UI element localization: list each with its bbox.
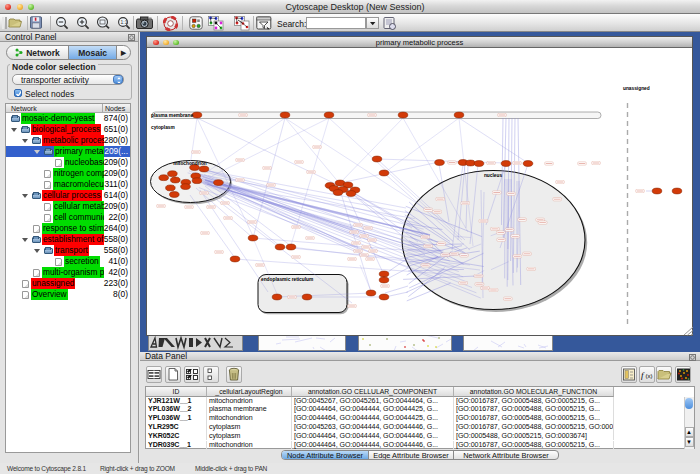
svg-text:nucleus: nucleus [484,173,502,178]
svg-text:cytoplasm: cytoplasm [151,125,175,130]
svg-text:f: f [641,370,645,380]
svg-text:mitochondrion: mitochondrion [173,161,207,166]
svg-text:plasma membrane: plasma membrane [151,113,193,118]
svg-text:(x): (x) [646,373,653,379]
svg-text:endoplasmic reticulum: endoplasmic reticulum [261,277,313,282]
svg-text:unassigned: unassigned [623,86,650,91]
svg-text:1:1: 1:1 [121,19,128,25]
